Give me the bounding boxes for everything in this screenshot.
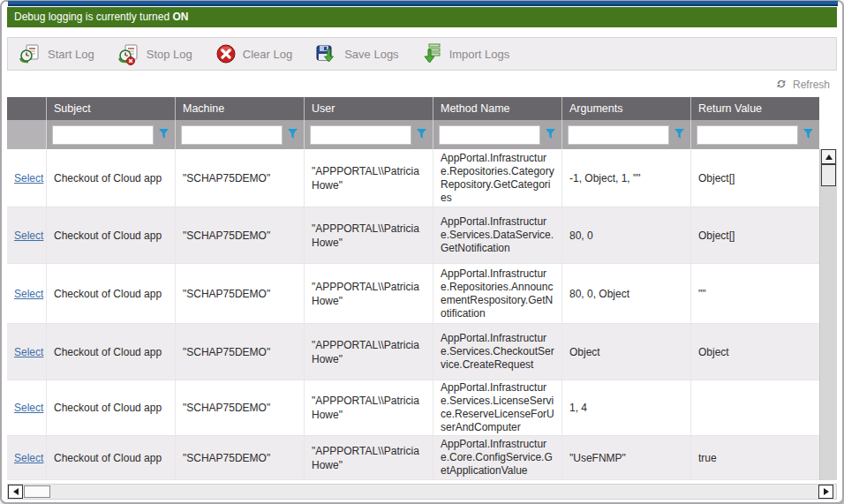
funnel-icon[interactable]	[674, 127, 685, 143]
scroll-right-button[interactable]	[818, 485, 833, 499]
stop-log-button[interactable]: Stop Log	[117, 42, 192, 65]
banner-text: Debug logging is currently turned	[14, 11, 172, 23]
refresh-label: Refresh	[793, 79, 830, 91]
import-logs-button[interactable]: Import Logs	[422, 42, 510, 65]
import-logs-label: Import Logs	[449, 48, 510, 61]
method-name-cell: AppPortal.Infrastructure.Core.ConfigServ…	[433, 436, 562, 479]
horizontal-scrollbar[interactable]	[7, 484, 837, 500]
header-cell-method-name[interactable]: Method Name	[433, 97, 562, 120]
subject-cell: Checkout of Cloud app	[47, 380, 176, 435]
arguments-filter-input[interactable]	[568, 125, 669, 145]
subject-filter-input[interactable]	[52, 125, 154, 145]
clear-log-label: Clear Log	[243, 48, 292, 61]
machine-cell: "SCHAP75DEMO"	[176, 380, 305, 435]
refresh-button[interactable]: Refresh	[775, 76, 830, 94]
subject-cell: Checkout of Cloud app	[47, 264, 176, 323]
save-logs-button[interactable]: Save Logs	[315, 42, 398, 65]
triangle-right-icon	[824, 488, 829, 495]
method-name-cell: AppPortal.Infrastructure.Services.DataSe…	[433, 207, 562, 263]
select-link[interactable]: Select	[14, 287, 43, 301]
machine-cell: "SCHAP75DEMO"	[176, 324, 305, 380]
funnel-icon[interactable]	[287, 127, 298, 143]
log-toolbar: Start Log Stop Log	[7, 37, 837, 71]
method-name-cell: AppPortal.Infrastructure.Repositories.Ca…	[433, 149, 562, 207]
stop-log-icon	[117, 42, 140, 65]
table-row: Select Checkout of Cloud app "SCHAP75DEM…	[7, 324, 819, 380]
import-logs-icon	[422, 42, 443, 65]
arguments-cell: 80, 0, Object	[562, 264, 691, 323]
user-cell: "APPPORTAL\\PatriciaHowe"	[305, 380, 433, 435]
browser-edge-strip	[8, 1, 838, 6]
return-value-filter-input[interactable]	[697, 125, 798, 145]
return-value-cell: ""	[691, 264, 819, 323]
funnel-icon[interactable]	[416, 127, 427, 143]
refresh-icon	[775, 78, 787, 93]
arguments-cell: Object	[562, 324, 691, 380]
subject-cell: Checkout of Cloud app	[47, 149, 176, 207]
start-log-button[interactable]: Start Log	[19, 42, 94, 65]
funnel-icon[interactable]	[803, 127, 814, 143]
filter-cell-return-value	[691, 120, 819, 149]
clear-log-button[interactable]: Clear Log	[215, 43, 292, 64]
arguments-cell: -1, Object, 1, ""	[562, 149, 691, 207]
arguments-cell: 80, 0	[562, 207, 691, 263]
scroll-up-button[interactable]	[821, 149, 836, 164]
select-link[interactable]: Select	[14, 401, 43, 415]
filter-cell-machine	[176, 120, 305, 149]
header-cell-machine[interactable]: Machine	[176, 97, 305, 120]
filter-cell-blank	[7, 120, 47, 149]
filter-cell-method-name	[433, 120, 562, 149]
horizontal-scroll-thumb[interactable]	[24, 485, 50, 498]
subject-cell: Checkout of Cloud app	[47, 436, 176, 479]
funnel-icon[interactable]	[158, 127, 170, 143]
save-logs-label: Save Logs	[344, 48, 398, 61]
table-row: Select Checkout of Cloud app "SCHAP75DEM…	[7, 380, 819, 436]
arguments-cell: "UseFNMP"	[562, 436, 691, 479]
vertical-scrollbar[interactable]	[819, 149, 837, 480]
machine-filter-input[interactable]	[181, 125, 283, 145]
return-value-cell: Object[]	[691, 207, 819, 263]
header-cell-user[interactable]: User	[305, 97, 433, 120]
header-cell-select	[7, 97, 47, 120]
select-link[interactable]: Select	[14, 451, 43, 465]
user-cell: "APPPORTAL\\PatriciaHowe"	[305, 149, 433, 207]
table-row: Select Checkout of Cloud app "SCHAP75DEM…	[7, 149, 819, 207]
triangle-left-icon	[13, 488, 19, 495]
select-link[interactable]: Select	[14, 171, 43, 185]
select-link[interactable]: Select	[14, 345, 43, 359]
table-body: Select Checkout of Cloud app "SCHAP75DEM…	[7, 149, 819, 480]
header-cell-subject[interactable]: Subject	[47, 97, 176, 120]
start-log-label: Start Log	[48, 48, 94, 61]
filter-row	[7, 120, 819, 149]
user-cell: "APPPORTAL\\PatriciaHowe"	[305, 264, 433, 323]
machine-cell: "SCHAP75DEMO"	[176, 149, 305, 207]
funnel-icon[interactable]	[545, 127, 556, 143]
user-filter-input[interactable]	[310, 125, 411, 145]
filter-cell-arguments	[562, 120, 691, 149]
table-row: Select Checkout of Cloud app "SCHAP75DEM…	[7, 264, 819, 324]
scroll-left-button[interactable]	[8, 485, 23, 499]
machine-cell: "SCHAP75DEMO"	[176, 436, 305, 479]
select-link[interactable]: Select	[14, 229, 43, 243]
user-cell: "APPPORTAL\\PatriciaHowe"	[305, 436, 433, 479]
return-value-cell: Object[]	[691, 149, 819, 207]
arguments-cell: 1, 4	[562, 380, 691, 435]
return-value-cell: true	[691, 436, 819, 479]
clear-log-icon	[215, 43, 237, 64]
header-cell-arguments[interactable]: Arguments	[562, 97, 691, 120]
vertical-scroll-thumb[interactable]	[821, 164, 836, 186]
user-cell: "APPPORTAL\\PatriciaHowe"	[305, 324, 433, 380]
method-name-cell: AppPortal.Infrastructure.Repositories.An…	[433, 264, 562, 323]
filter-cell-subject	[47, 120, 176, 149]
machine-cell: "SCHAP75DEMO"	[176, 264, 305, 323]
stop-log-label: Stop Log	[147, 48, 192, 61]
table-row: Select Checkout of Cloud app "SCHAP75DEM…	[7, 207, 819, 264]
start-log-icon	[19, 42, 41, 65]
method-name-filter-input[interactable]	[439, 125, 540, 145]
machine-cell: "SCHAP75DEMO"	[176, 207, 305, 263]
table-header-row: Subject Machine User Method Name Argumen…	[7, 97, 819, 120]
return-value-cell: Object	[691, 324, 819, 380]
return-value-cell	[691, 380, 819, 435]
header-cell-return-value[interactable]: Return Value	[691, 97, 819, 120]
table-row: Select Checkout of Cloud app "SCHAP75DEM…	[7, 436, 819, 480]
